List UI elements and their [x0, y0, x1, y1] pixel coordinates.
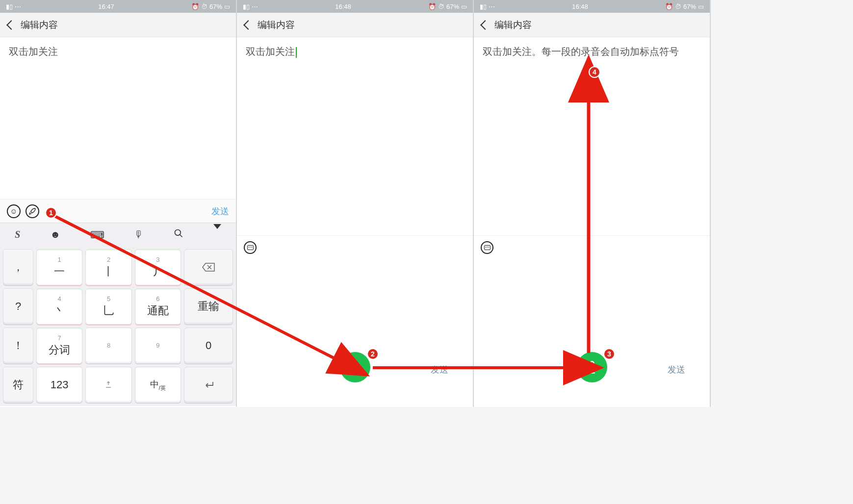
keyboard-toggle-icon[interactable] [481, 241, 493, 254]
svg-line-1 [180, 235, 182, 237]
phone-3: ▮▯ ⋯ 16:48 ⏰ ⏱67%▭ 编辑内容 双击加关注。每一段的录音会自动加… [474, 0, 711, 407]
status-bar: ▮▯ ⋯ 16:47 ⏰ ⏱67%▭ [0, 0, 236, 13]
ime-keyboard-icon[interactable]: ⌨ [90, 229, 104, 241]
alarm-icon: ⏰ ⏱ [191, 3, 207, 10]
page-title: 编辑内容 [494, 19, 532, 31]
ime-dropdown-icon[interactable] [213, 229, 221, 240]
nav-bar: 编辑内容 [474, 13, 710, 37]
key-123[interactable]: 123 [36, 367, 82, 403]
key-6[interactable]: 6通配 [135, 288, 181, 325]
keypad: ， 1一 2丨 3丿 ? 4丶 5乚 6通配 重输 ！ 7分词 8 9 0 符 … [0, 246, 236, 406]
signal-icon: ▮▯ ⋯ [6, 3, 21, 10]
key-backspace[interactable] [184, 249, 233, 285]
phone-2: ▮▯ ⋯ 16:48 ⏰ ⏱67%▭ 编辑内容 双击加关注 发送 [237, 0, 474, 407]
input-toolbar: ☺ 发送 [0, 199, 236, 223]
status-bar: ▮▯ ⋯ 16:48 ⏰ ⏱67%▭ [474, 0, 710, 13]
key-retype[interactable]: 重输 [184, 288, 233, 325]
ime-toolbar: S ☻ ⌨ 🎙 [0, 223, 236, 246]
key-2[interactable]: 2丨 [85, 249, 131, 285]
send-button[interactable]: 发送 [211, 205, 229, 217]
phone-1: ▮▯ ⋯ 16:47 ⏰ ⏱67%▭ 编辑内容 双击加关注 ☺ 发送 S ☻ ⌨… [0, 0, 237, 407]
ime-emoji-icon[interactable]: ☻ [50, 229, 60, 240]
text-cursor [296, 47, 297, 58]
nav-bar: 编辑内容 [237, 13, 473, 37]
signal-icon: ▮▯ ⋯ [480, 3, 495, 10]
page-title: 编辑内容 [21, 19, 58, 31]
key-4[interactable]: 4丶 [36, 288, 82, 325]
nav-bar: 编辑内容 [0, 13, 236, 37]
text-content[interactable]: 双击加关注 [0, 37, 236, 199]
keyboard-toggle-icon[interactable] [244, 241, 257, 254]
svg-point-0 [175, 230, 181, 236]
status-time: 16:48 [335, 3, 351, 10]
status-time: 16:48 [572, 3, 588, 10]
battery-percent: 67% [683, 3, 696, 10]
key-9[interactable]: 9 [135, 328, 181, 364]
key-7[interactable]: 7分词 [36, 328, 82, 364]
badge-4: 4 [589, 66, 600, 78]
badge-1: 1 [45, 207, 57, 219]
ime-mic-icon[interactable]: 🎙 [134, 229, 144, 240]
signal-icon: ▮▯ ⋯ [243, 3, 258, 10]
key-comma[interactable]: ， [3, 249, 33, 285]
key-0[interactable]: 0 [184, 328, 233, 364]
battery-percent: 67% [446, 3, 459, 10]
badge-3: 3 [603, 348, 615, 360]
battery-icon: ▭ [461, 3, 467, 10]
voice-feather-icon[interactable] [26, 204, 39, 218]
back-button[interactable] [243, 20, 253, 30]
mic-button[interactable] [340, 352, 370, 382]
battery-percent: 67% [209, 3, 222, 10]
key-enter[interactable] [184, 367, 233, 403]
voice-panel: 发送 [237, 235, 473, 407]
text-content[interactable]: 双击加关注 [237, 37, 473, 233]
key-8[interactable]: 8 [85, 328, 131, 364]
back-button[interactable] [6, 20, 16, 30]
ime-search-icon[interactable] [174, 228, 183, 241]
key-exclaim[interactable]: ！ [3, 328, 33, 364]
battery-icon: ▭ [698, 3, 704, 10]
key-5[interactable]: 5乚 [85, 288, 131, 325]
content-text: 双击加关注 [9, 46, 58, 57]
alarm-icon: ⏰ ⏱ [428, 3, 444, 10]
send-button[interactable]: 发送 [668, 364, 685, 376]
content-text: 双击加关注。每一段的录音会自动加标点符号 [483, 46, 679, 57]
content-text: 双击加关注 [246, 46, 295, 57]
key-1[interactable]: 1一 [36, 249, 82, 285]
alarm-icon: ⏰ ⏱ [665, 3, 681, 10]
back-button[interactable] [480, 20, 490, 30]
battery-icon: ▭ [224, 3, 230, 10]
status-time: 16:47 [98, 3, 114, 10]
page-title: 编辑内容 [258, 19, 295, 31]
badge-2: 2 [367, 348, 379, 360]
key-3[interactable]: 3丿 [135, 249, 181, 285]
key-lang-switch[interactable]: 中/英 [135, 367, 181, 403]
ime-logo-icon[interactable]: S [15, 229, 20, 240]
emoji-icon[interactable]: ☺ [7, 204, 21, 218]
key-question[interactable]: ? [3, 288, 33, 325]
status-bar: ▮▯ ⋯ 16:48 ⏰ ⏱67%▭ [237, 0, 473, 13]
voice-panel: 发送 [474, 235, 710, 407]
key-space[interactable] [85, 367, 131, 403]
key-symbols[interactable]: 符 [3, 367, 33, 403]
mic-button[interactable] [577, 352, 607, 382]
send-button[interactable]: 发送 [431, 364, 448, 376]
